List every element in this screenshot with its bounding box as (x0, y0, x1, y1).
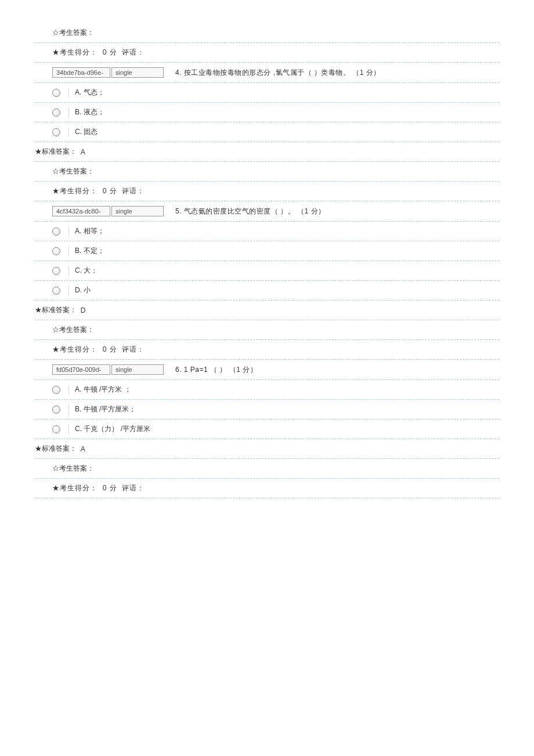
question-4-header: 34bde7ba-d96e- single 4. 按工业毒物按毒物的形态分 ,氯… (35, 63, 499, 83)
standard-answer-row: ★标准答案： A (35, 142, 499, 162)
radio-icon[interactable] (52, 128, 60, 136)
divider (68, 385, 69, 395)
standard-answer-value: D (81, 306, 86, 314)
option-row[interactable]: A. 相等； (35, 222, 499, 241)
score-row: ★考生得分： 0 分 评语： (35, 182, 499, 201)
comment-prefix: 评语： (122, 48, 145, 57)
comment-prefix: 评语： (122, 345, 145, 355)
examinee-answer-label: ☆考生答案： (52, 464, 94, 473)
divider (68, 247, 69, 256)
radio-icon[interactable] (52, 287, 60, 295)
question-type-box: single (111, 206, 164, 216)
question-type-box: single (111, 364, 164, 375)
option-row[interactable]: C. 大； (35, 261, 499, 281)
divider (68, 286, 69, 295)
score-row: ★考生得分： 0 分 评语： (35, 43, 499, 63)
radio-icon[interactable] (52, 406, 60, 414)
option-row[interactable]: A. 气态； (35, 83, 499, 103)
question-5-text: 5. 气态氨的密度比空气的密度（ ）。 （1 分） (175, 207, 326, 216)
radio-icon[interactable] (52, 227, 60, 236)
question-4-text: 4. 按工业毒物按毒物的形态分 ,氯气属于（ ）类毒物。 （1 分） (175, 68, 381, 78)
standard-answer-row: ★标准答案： A (35, 439, 499, 459)
score-row: ★考生得分： 0 分 评语： (35, 479, 499, 498)
score-prefix: ★考生得分： (52, 48, 98, 57)
divider (68, 128, 69, 137)
option-label: A. 相等； (75, 226, 104, 236)
divider (68, 88, 69, 97)
option-row[interactable]: B. 液态； (35, 103, 499, 122)
standard-answer-prefix: ★标准答案： (35, 305, 77, 315)
option-label: B. 不定； (75, 246, 104, 256)
score-row: ★考生得分： 0 分 评语： (35, 340, 499, 360)
option-label: C. 固态 (75, 127, 98, 137)
option-label: A. 牛顿 /平方米 ； (75, 385, 131, 395)
option-label: A. 气态； (75, 88, 104, 97)
question-id-box: 4cf3432a-dc80- (52, 206, 110, 216)
score-value: 0 分 (103, 186, 117, 196)
option-row[interactable]: A. 牛顿 /平方米 ； (35, 380, 499, 400)
standard-answer-row: ★标准答案： D (35, 301, 499, 320)
divider (68, 108, 69, 117)
divider (68, 425, 69, 434)
option-label: B. 牛顿 /平方厘米； (75, 404, 136, 414)
examinee-answer-label: ☆考生答案： (52, 325, 94, 335)
examinee-answer-row: ☆考生答案： (35, 23, 499, 43)
radio-icon[interactable] (52, 108, 60, 117)
examinee-answer-label: ☆考生答案： (52, 167, 94, 176)
question-6-header: fd05d70e-009d- single 6. 1 Pa=1 （ ） （1 分… (35, 360, 499, 380)
standard-answer-value: A (81, 148, 85, 156)
option-label: C. 大； (75, 266, 98, 276)
divider (68, 266, 69, 276)
question-6-text: 6. 1 Pa=1 （ ） （1 分） (175, 365, 257, 375)
radio-icon[interactable] (52, 425, 60, 433)
comment-prefix: 评语： (122, 186, 145, 196)
radio-icon[interactable] (52, 267, 60, 275)
examinee-answer-row: ☆考生答案： (35, 320, 499, 340)
score-value: 0 分 (103, 345, 117, 355)
question-5-header: 4cf3432a-dc80- single 5. 气态氨的密度比空气的密度（ ）… (35, 201, 499, 222)
option-row[interactable]: C. 固态 (35, 122, 499, 142)
divider (68, 405, 69, 414)
divider (68, 227, 69, 236)
question-id-box: fd05d70e-009d- (52, 364, 110, 375)
examinee-answer-row: ☆考生答案： (35, 162, 499, 182)
score-prefix: ★考生得分： (52, 483, 98, 493)
score-value: 0 分 (103, 483, 117, 493)
option-label: B. 液态； (75, 107, 104, 117)
question-id-box: 34bde7ba-d96e- (52, 67, 110, 78)
option-label: D. 小 (75, 285, 91, 295)
standard-answer-prefix: ★标准答案： (35, 147, 77, 157)
radio-icon[interactable] (52, 89, 60, 97)
option-label: C. 千克（力） /平方厘米 (75, 424, 150, 434)
radio-icon[interactable] (52, 247, 60, 255)
examinee-answer-label: ☆考生答案： (52, 28, 94, 38)
standard-answer-value: A (81, 445, 85, 453)
examinee-answer-row: ☆考生答案： (35, 459, 499, 479)
comment-prefix: 评语： (122, 483, 145, 493)
option-row[interactable]: C. 千克（力） /平方厘米 (35, 419, 499, 439)
option-row[interactable]: B. 不定； (35, 241, 499, 261)
standard-answer-prefix: ★标准答案： (35, 444, 77, 454)
radio-icon[interactable] (52, 386, 60, 394)
option-row[interactable]: B. 牛顿 /平方厘米； (35, 400, 499, 419)
score-prefix: ★考生得分： (52, 186, 98, 196)
score-prefix: ★考生得分： (52, 345, 98, 355)
question-type-box: single (111, 67, 164, 78)
score-value: 0 分 (103, 48, 117, 57)
option-row[interactable]: D. 小 (35, 281, 499, 301)
